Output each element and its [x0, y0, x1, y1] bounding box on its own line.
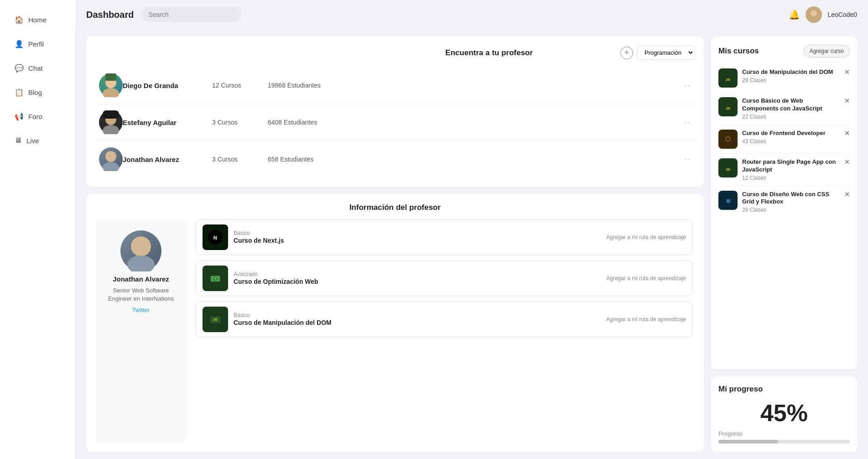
find-teachers-header: Encuentra a tu profesor + Programación D… — [95, 46, 695, 60]
svg-point-12 — [127, 256, 155, 271]
svg-point-0 — [811, 10, 817, 16]
sidebar-item-foro[interactable]: 📢 Foro — [4, 107, 72, 126]
remove-course-button[interactable]: ✕ — [844, 97, 850, 104]
teacher-menu-icon[interactable]: ·· — [685, 81, 691, 90]
course-card[interactable]: N Básico Curso de Next.js Agregar a mi r… — [196, 219, 693, 255]
svg-point-18 — [214, 277, 217, 280]
teacher-name: Jonathan Alvarez — [123, 156, 205, 163]
teacher-students-count: 19868 Estudiantes — [268, 82, 321, 89]
teacher-row[interactable]: Diego De Granda 12 Cursos 19868 Estudian… — [95, 67, 695, 104]
my-course-info: Router para Single Page App con JavaScri… — [742, 158, 840, 181]
filter-area: + Programación Diseño Marketing — [620, 46, 695, 60]
list-item: ⬡ Curso de Frontend Developer 43 Clases … — [718, 125, 850, 154]
teacher-courses-count: 3 Cursos — [212, 156, 253, 163]
svg-text:JS: JS — [726, 106, 730, 110]
course-info: Básico Curso de Manipulación del DOM — [234, 312, 601, 327]
live-icon: 🖥 — [15, 136, 22, 145]
my-course-info: Curso Básico de Web Components con JavaS… — [742, 97, 840, 120]
sidebar-item-live[interactable]: 🖥 Live — [4, 131, 72, 150]
my-courses-title: Mis cursos — [718, 47, 759, 56]
course-thumbnail: N — [203, 224, 228, 250]
teacher-profile-name: Jonathan Alvarez — [113, 275, 169, 283]
my-courses-header: Mis cursos Agregar curso — [718, 45, 850, 57]
remove-course-button[interactable]: ✕ — [844, 158, 850, 166]
my-course-classes: 28 Clases — [742, 77, 840, 83]
course-card[interactable]: JS Básico Curso de Manipulación del DOM … — [196, 302, 693, 337]
add-to-path-button[interactable]: Agregar a mi ruta de aprendizaje — [606, 275, 686, 282]
progress-title: Mi progreso — [718, 385, 850, 394]
teacher-row[interactable]: Jonathan Alvarez 3 Cursos 658 Estudiante… — [95, 141, 695, 177]
course-card[interactable]: Avanzado Curso de Optimización Web Agreg… — [196, 261, 693, 296]
find-teachers-title: Encuentra a tu profesor — [358, 48, 621, 57]
sidebar-item-perfil[interactable]: 👤 Perfil — [4, 34, 72, 54]
teacher-info-title: Información del profesor — [95, 203, 695, 212]
teacher-name: Estefany Aguilar — [123, 119, 205, 126]
teacher-courses-count: 3 Cursos — [212, 119, 253, 126]
courses-scroll: JS Curso de Manipulación del DOM 28 Clas… — [718, 64, 850, 361]
my-course-info: Curso de Diseño Web con CSS Grid y Flexb… — [742, 191, 840, 214]
user-icon: 👤 — [15, 40, 24, 48]
teacher-courses-count: 12 Cursos — [212, 82, 253, 89]
my-course-name: Curso de Diseño Web con CSS Grid y Flexb… — [742, 191, 840, 206]
my-course-name: Curso de Frontend Developer — [742, 130, 840, 137]
teacher-big-avatar — [120, 230, 161, 271]
course-info: Básico Curso de Next.js — [234, 230, 601, 245]
progress-percent: 45% — [718, 399, 850, 427]
sidebar-item-label: Perfil — [28, 40, 44, 48]
teacher-name: Diego De Granda — [123, 82, 205, 89]
add-to-path-button[interactable]: Agregar a mi ruta de aprendizaje — [606, 316, 686, 323]
sidebar-item-chat[interactable]: 💬 Chat — [4, 58, 72, 78]
list-item: JS Curso de Manipulación del DOM 28 Clas… — [718, 64, 850, 93]
teacher-avatar — [99, 147, 123, 171]
course-thumbnail — [203, 266, 228, 291]
header: Dashboard 🔔 LeoCode0 — [75, 0, 868, 29]
progress-section: Mi progreso 45% Progreso — [711, 376, 857, 452]
sidebar-item-home[interactable]: 🏠 Home — [4, 10, 72, 30]
my-course-thumbnail: JS — [718, 158, 738, 177]
content-area: Encuentra a tu profesor + Programación D… — [75, 29, 868, 459]
course-level: Avanzado — [234, 271, 601, 277]
header-left: Dashboard — [86, 7, 241, 22]
add-course-button[interactable]: Agregar curso — [804, 45, 850, 57]
list-item: ▦ Curso de Diseño Web con CSS Grid y Fle… — [718, 186, 850, 218]
add-to-path-button[interactable]: Agregar a mi ruta de aprendizaje — [606, 234, 686, 241]
page-title: Dashboard — [86, 10, 134, 20]
course-level: Básico — [234, 230, 601, 236]
teacher-avatar — [99, 73, 123, 97]
svg-text:JS: JS — [726, 167, 730, 172]
header-right: 🔔 LeoCode0 — [789, 6, 857, 23]
teacher-students-count: 6408 Estudiantes — [268, 119, 317, 126]
course-thumbnail: JS — [203, 307, 228, 332]
notification-bell-icon[interactable]: 🔔 — [789, 9, 800, 20]
svg-text:JS: JS — [213, 318, 217, 322]
chat-icon: 💬 — [15, 64, 24, 73]
right-panel: Mis cursos Agregar curso JS Curso de Man… — [711, 37, 857, 452]
avatar — [806, 6, 822, 23]
remove-course-button[interactable]: ✕ — [844, 130, 850, 137]
remove-course-button[interactable]: ✕ — [844, 68, 850, 76]
teacher-menu-icon[interactable]: ·· — [685, 118, 691, 127]
remove-course-button[interactable]: ✕ — [844, 191, 850, 198]
course-info: Avanzado Curso de Optimización Web — [234, 271, 601, 286]
svg-point-3 — [103, 88, 119, 97]
my-course-thumbnail: ▦ — [718, 191, 738, 210]
list-item: JS Router para Single Page App con JavaS… — [718, 154, 850, 186]
teacher-menu-icon[interactable]: ·· — [685, 155, 691, 164]
svg-rect-5 — [105, 73, 116, 81]
sidebar-item-label: Home — [28, 16, 47, 24]
progress-bar-fill — [718, 440, 778, 443]
svg-point-1 — [808, 16, 819, 23]
find-teachers-section: Encuentra a tu profesor + Programación D… — [86, 37, 704, 187]
search-input[interactable] — [141, 7, 241, 22]
teacher-info-body: Jonathan Alvarez Senior Web Software Eng… — [95, 219, 695, 443]
course-name: Curso de Optimización Web — [234, 277, 601, 286]
sidebar-item-label: Foro — [28, 113, 42, 120]
sidebar: 🏠 Home 👤 Perfil 💬 Chat 📋 Blog 📢 Foro 🖥 L… — [0, 0, 75, 459]
teacher-twitter-link[interactable]: Twitter — [132, 307, 150, 313]
sidebar-item-label: Live — [26, 137, 39, 145]
add-filter-button[interactable]: + — [620, 47, 633, 59]
svg-point-10 — [103, 162, 119, 171]
teacher-row[interactable]: Estefany Aguilar 3 Cursos 6408 Estudiant… — [95, 104, 695, 141]
category-filter-select[interactable]: Programación Diseño Marketing — [637, 46, 695, 60]
sidebar-item-blog[interactable]: 📋 Blog — [4, 83, 72, 102]
